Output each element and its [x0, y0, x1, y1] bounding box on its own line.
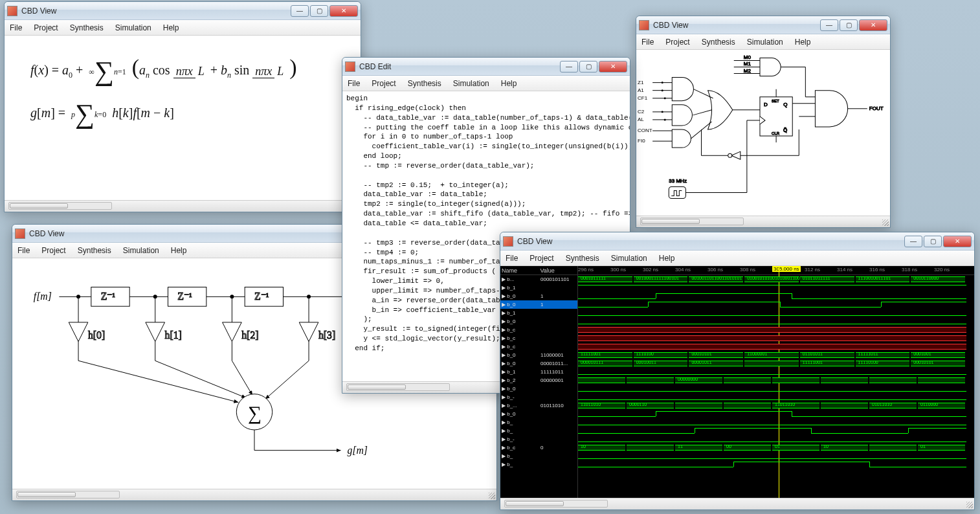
- maximize-button[interactable]: ▢: [310, 5, 328, 17]
- wave-row[interactable]: 1111100111101000001010111000001011010111…: [578, 351, 974, 359]
- signal-row[interactable]: ▶ b_...01011010: [500, 401, 577, 410]
- wave-row[interactable]: [578, 326, 974, 334]
- signal-row[interactable]: ▶ b_0: [500, 385, 577, 393]
- menu-project[interactable]: Project: [372, 79, 395, 88]
- signal-panel[interactable]: Name Value ▶ b...0000101101▶ b_1▶ b_01▶ …: [500, 266, 578, 498]
- signal-row[interactable]: ▶ b_: [500, 418, 577, 427]
- titlebar[interactable]: CBD View — ▢ ✕: [636, 16, 890, 34]
- wave-row[interactable]: 0000101110001001100001011111110011111010…: [578, 359, 974, 368]
- menu-project[interactable]: Project: [529, 254, 553, 263]
- minimize-button[interactable]: —: [560, 61, 578, 73]
- waveform-area[interactable]: Name Value ▶ b...0000101101▶ b_1▶ b_01▶ …: [500, 266, 974, 498]
- menu-file[interactable]: File: [641, 38, 654, 47]
- wave-row[interactable]: [578, 284, 974, 292]
- menu-file[interactable]: File: [348, 79, 360, 88]
- wave-row[interactable]: 101100011001: [578, 443, 974, 452]
- wave-row[interactable]: [578, 460, 974, 469]
- signal-row[interactable]: ▶ b_: [500, 460, 577, 469]
- hscrollbar[interactable]: [504, 500, 608, 508]
- signal-row[interactable]: ▶ b_: [500, 427, 577, 435]
- titlebar[interactable]: CBD Edit — ▢ ✕: [342, 58, 630, 76]
- close-button[interactable]: ✕: [943, 236, 972, 247]
- menu-simulation[interactable]: Simulation: [123, 246, 159, 255]
- maximize-button[interactable]: ▢: [924, 236, 942, 247]
- hscrollbar[interactable]: [16, 491, 120, 498]
- signal-row[interactable]: ▶ b_1: [500, 309, 577, 317]
- menu-synthesis[interactable]: Synthesis: [566, 254, 599, 263]
- signal-row[interactable]: ▶ b_111111011: [500, 368, 577, 376]
- signal-row[interactable]: ▶ b_000001011...: [500, 359, 577, 368]
- wave-row[interactable]: 11011010000011011011010010110100110000: [578, 401, 974, 410]
- wave-row[interactable]: [578, 385, 974, 393]
- minimize-button[interactable]: —: [904, 236, 922, 247]
- close-button[interactable]: ✕: [599, 61, 627, 73]
- hscrollbar[interactable]: [8, 202, 112, 210]
- signal-row[interactable]: ▶ b_-: [500, 435, 577, 443]
- signal-row[interactable]: ▶ b_-: [500, 393, 577, 401]
- menu-simulation[interactable]: Simulation: [453, 79, 489, 88]
- signal-row[interactable]: ▶ b_0: [500, 410, 577, 418]
- signal-row[interactable]: ▶ b_200000001: [500, 376, 577, 385]
- wave-row[interactable]: [578, 368, 974, 376]
- menubar: File Project Synthesis Simulation Help: [342, 76, 630, 91]
- signal-row[interactable]: ▶ b_c: [500, 342, 577, 351]
- menu-file[interactable]: File: [17, 246, 30, 255]
- minimize-button[interactable]: —: [291, 5, 309, 17]
- menu-simulation[interactable]: Simulation: [611, 254, 647, 263]
- signal-row[interactable]: ▶ b...0000101101: [500, 275, 577, 284]
- wave-row[interactable]: [578, 418, 974, 427]
- close-button[interactable]: ✕: [329, 5, 358, 17]
- svg-text:M2: M2: [744, 68, 752, 74]
- wave-row[interactable]: [578, 342, 974, 351]
- wave-row[interactable]: [578, 427, 974, 435]
- wave-row[interactable]: [578, 317, 974, 326]
- menu-project[interactable]: Project: [34, 23, 58, 32]
- menu-project[interactable]: Project: [41, 246, 65, 255]
- svg-text:h[1]: h[1]: [165, 330, 182, 341]
- wave-row[interactable]: [578, 410, 974, 418]
- wave-row[interactable]: [578, 334, 974, 342]
- signal-row[interactable]: ▶ b_c: [500, 326, 577, 334]
- wave-row[interactable]: [578, 393, 974, 401]
- wave-canvas[interactable]: 296 ns300 ns302 ns304 ns306 ns308 ns310 …: [578, 266, 974, 498]
- hscrollbar[interactable]: [640, 218, 744, 225]
- wave-row[interactable]: [578, 292, 974, 300]
- wave-row[interactable]: [578, 300, 974, 309]
- menu-file[interactable]: File: [506, 254, 518, 263]
- menu-file[interactable]: File: [10, 23, 22, 32]
- maximize-button[interactable]: ▢: [579, 61, 597, 73]
- menu-help[interactable]: Help: [501, 79, 517, 88]
- wave-row[interactable]: [578, 452, 974, 460]
- wave-row[interactable]: 00000000: [578, 376, 974, 385]
- wave-row[interactable]: [578, 309, 974, 317]
- signal-row[interactable]: ▶ b_011000001: [500, 351, 577, 359]
- signal-row[interactable]: ▶ b_c0: [500, 443, 577, 452]
- wave-row[interactable]: 0001011111001000111111001010010011011001…: [578, 275, 974, 284]
- minimize-button[interactable]: —: [820, 19, 838, 31]
- signal-row[interactable]: ▶ b_1: [500, 284, 577, 292]
- menu-help[interactable]: Help: [659, 254, 675, 263]
- menu-help[interactable]: Help: [795, 38, 811, 47]
- menu-help[interactable]: Help: [163, 23, 179, 32]
- close-button[interactable]: ✕: [859, 19, 887, 31]
- signal-row[interactable]: ▶ b_: [500, 452, 577, 460]
- menu-simulation[interactable]: Simulation: [115, 23, 151, 32]
- titlebar[interactable]: CBD View — ▢ ✕: [500, 232, 974, 251]
- wave-row[interactable]: [578, 435, 974, 443]
- menu-synthesis[interactable]: Synthesis: [70, 23, 104, 32]
- signal-row[interactable]: ▶ b_c: [500, 334, 577, 342]
- menu-synthesis[interactable]: Synthesis: [408, 79, 441, 88]
- signal-row[interactable]: ▶ b_01: [500, 300, 577, 309]
- menu-synthesis[interactable]: Synthesis: [702, 38, 735, 47]
- hscrollbar[interactable]: [346, 383, 450, 391]
- menubar: File Project Synthesis Simulation Help: [636, 34, 890, 50]
- titlebar[interactable]: CBD View — ▢ ✕: [5, 2, 361, 20]
- menu-project[interactable]: Project: [665, 38, 689, 47]
- signal-row[interactable]: ▶ b_0: [500, 317, 577, 326]
- maximize-button[interactable]: ▢: [840, 19, 858, 31]
- menu-simulation[interactable]: Simulation: [747, 38, 783, 47]
- svg-point-46: [728, 153, 732, 157]
- signal-row[interactable]: ▶ b_01: [500, 292, 577, 300]
- menu-synthesis[interactable]: Synthesis: [78, 246, 111, 255]
- menu-help[interactable]: Help: [171, 246, 187, 255]
